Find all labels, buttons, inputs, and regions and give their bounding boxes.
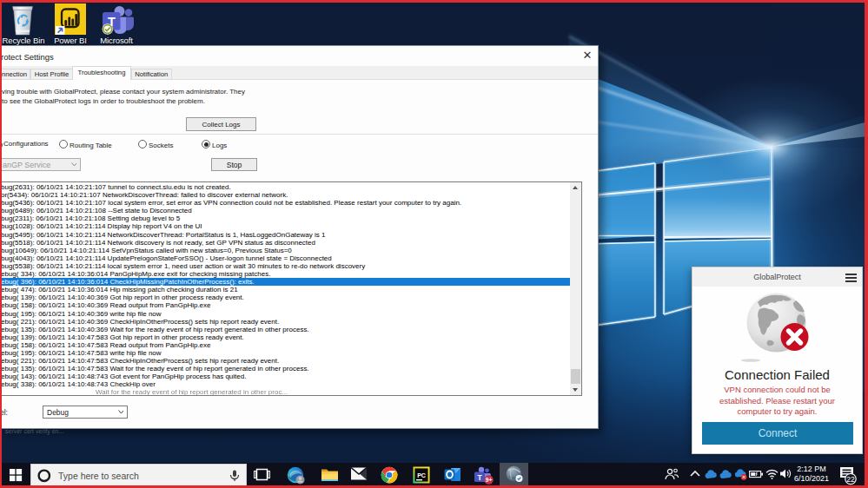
svg-text:9+: 9+: [486, 477, 493, 483]
svg-text:T: T: [477, 473, 482, 482]
svg-text:PC: PC: [417, 472, 426, 478]
svg-text:22: 22: [846, 475, 855, 484]
